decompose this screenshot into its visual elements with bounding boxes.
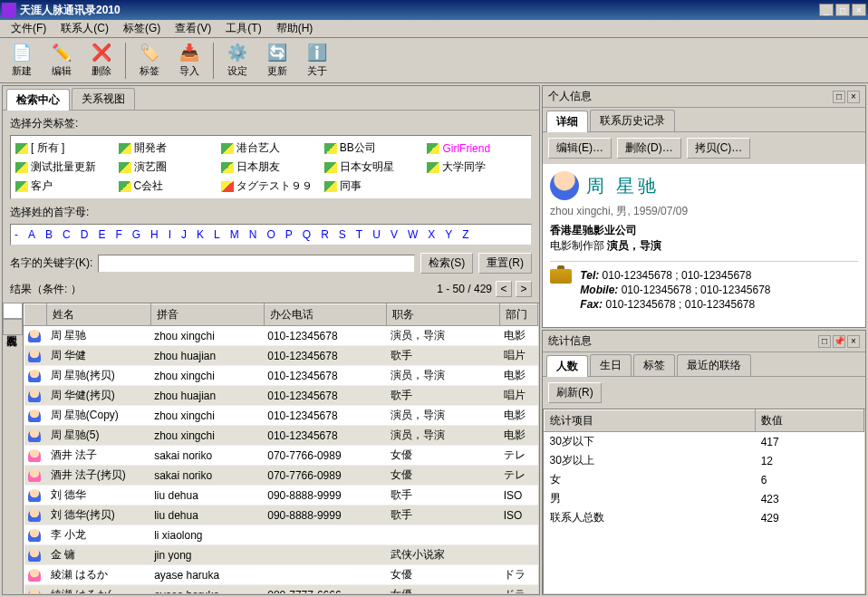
maximize-button[interactable]: □	[835, 4, 850, 16]
tab-tags[interactable]: 标签	[633, 354, 675, 376]
tab-count[interactable]: 人数	[546, 355, 588, 377]
tag-item[interactable]: [ 所有 ]	[14, 140, 116, 157]
tool-tags[interactable]: 🏷️ 标签	[131, 41, 168, 81]
contact-table-wrap[interactable]: 姓名拼音办公电话职务部门 周 星驰zhou xingchi010-1234567…	[23, 303, 539, 594]
alpha-letter-C[interactable]: C	[63, 228, 71, 241]
panel-minimize-button[interactable]: □	[833, 91, 845, 103]
table-row[interactable]: 酒井 法子sakai noriko070-7766-0989女優テレ	[24, 446, 538, 466]
tool-update[interactable]: 🔄 更新	[259, 41, 295, 81]
table-row[interactable]: 周 华健zhou huajian010-12345678歌手唱片	[24, 346, 538, 366]
tool-new[interactable]: 📄 新建	[4, 41, 40, 81]
tool-settings[interactable]: ⚙️ 设定	[219, 41, 256, 81]
tag-item[interactable]: 客户	[14, 178, 116, 195]
tag-item[interactable]: 演艺圈	[118, 159, 219, 176]
column-header[interactable]: 统计项目	[545, 410, 756, 432]
tag-item[interactable]: 大学同学	[426, 159, 527, 176]
tag-item[interactable]: 開発者	[118, 140, 219, 157]
menu-tags[interactable]: 标签(G)	[116, 19, 168, 38]
alpha-letter-E[interactable]: E	[98, 228, 105, 241]
menu-tools[interactable]: 工具(T)	[218, 19, 268, 38]
table-row[interactable]: 金 镛jin yong武侠小说家	[24, 545, 538, 565]
alpha-letter-Q[interactable]: Q	[303, 228, 311, 241]
alpha-letter-G[interactable]: G	[132, 228, 140, 241]
menu-view[interactable]: 查看(V)	[168, 19, 218, 38]
next-page-button[interactable]: >	[516, 281, 532, 297]
tag-item[interactable]: GirlFriend	[426, 140, 527, 157]
alpha-letter-M[interactable]: M	[230, 228, 239, 241]
alpha-letter-Z[interactable]: Z	[462, 228, 468, 241]
delete-contact-button[interactable]: 删除(D)…	[617, 138, 681, 159]
column-header[interactable]: 职务	[387, 304, 500, 326]
menu-file[interactable]: 文件(F)	[4, 19, 53, 38]
alpha-letter-N[interactable]: N	[249, 228, 257, 241]
tab-recent[interactable]: 最近的联络	[677, 354, 751, 376]
column-header[interactable]: 拼音	[150, 304, 264, 326]
table-row[interactable]: 周 星驰(5)zhou xingchi010-12345678演员，导演电影	[24, 426, 538, 446]
table-row[interactable]: 刘 德华liu dehua090-8888-9999歌手ISO	[24, 486, 538, 506]
panel-close-button[interactable]: ×	[847, 91, 860, 103]
alpha-letter-P[interactable]: P	[285, 228, 293, 241]
table-row[interactable]: 周 华健(拷贝)zhou huajian010-12345678歌手唱片	[24, 386, 538, 406]
alpha-letter-T[interactable]: T	[356, 228, 362, 241]
table-row[interactable]: 刘 德华(拷贝)liu dehua090-8888-9999歌手ISO	[24, 506, 538, 525]
panel-pin-button[interactable]: 📌	[833, 335, 845, 348]
panel-minimize-button[interactable]: □	[818, 335, 831, 348]
refresh-button[interactable]: 刷新(R)	[548, 382, 602, 403]
alpha-letter-I[interactable]: I	[169, 228, 171, 241]
close-button[interactable]: ×	[852, 4, 866, 16]
edit-contact-button[interactable]: 编辑(E)…	[548, 138, 612, 159]
alpha-letter-F[interactable]: F	[115, 228, 121, 241]
tab-detail[interactable]: 详细	[546, 111, 588, 132]
menu-contact[interactable]: 联系人(C)	[53, 19, 116, 38]
column-header[interactable]: 部门	[500, 304, 538, 326]
alpha-letter-U[interactable]: U	[372, 228, 381, 241]
alpha-letter-B[interactable]: B	[45, 228, 53, 241]
alpha-letter-X[interactable]: X	[428, 228, 435, 241]
reset-button[interactable]: 重置(R)	[478, 253, 532, 274]
tab-search-center[interactable]: 检索中心	[6, 89, 70, 111]
prev-page-button[interactable]: <	[496, 281, 512, 297]
tool-import[interactable]: 📥 导入	[171, 41, 207, 81]
alpha-letter-S[interactable]: S	[339, 228, 346, 241]
tag-item[interactable]: 港台艺人	[220, 140, 322, 157]
vert-tab-card[interactable]: 名片视图	[3, 319, 23, 335]
alpha-letter-D[interactable]: D	[81, 228, 89, 241]
column-header[interactable]: 办公电话	[264, 304, 386, 326]
table-row[interactable]: 周 星驰(Copy)zhou xingchi010-12345678演员，导演电…	[24, 406, 538, 426]
alpha-letter-J[interactable]: J	[181, 228, 187, 241]
table-row[interactable]: 李 小龙li xiaolong	[24, 525, 538, 545]
alpha-letter-A[interactable]: A	[28, 228, 35, 241]
minimize-button[interactable]: _	[819, 4, 834, 16]
alpha-letter-K[interactable]: K	[197, 228, 204, 241]
vert-tab-list[interactable]: 列表视图	[3, 303, 23, 319]
alpha-letter-O[interactable]: O	[266, 228, 275, 241]
panel-close-button[interactable]: ×	[847, 335, 860, 348]
tag-item[interactable]: 日本朋友	[220, 159, 322, 176]
search-button[interactable]: 检索(S)	[420, 253, 473, 274]
tool-delete[interactable]: ❌ 删除	[83, 41, 120, 81]
tag-item[interactable]: 测试批量更新	[14, 159, 116, 176]
column-header[interactable]: 数值	[756, 410, 864, 432]
menu-help[interactable]: 帮助(H)	[269, 19, 321, 38]
alpha-letter-H[interactable]: H	[150, 228, 159, 241]
table-row[interactable]: 周 星驰zhou xingchi010-12345678演员，导演电影	[24, 326, 538, 346]
tab-relation-view[interactable]: 关系视图	[72, 88, 135, 110]
table-row[interactable]: 綾瀬 はるか(…ayase haruka080-7777-6666女優ドラ	[24, 585, 538, 595]
tab-history[interactable]: 联系历史记录	[590, 110, 675, 131]
tag-item[interactable]: 日本女明星	[323, 159, 425, 176]
alpha-letter-W[interactable]: W	[408, 228, 418, 241]
alpha-letter-R[interactable]: R	[321, 228, 329, 241]
tag-item[interactable]: C会社	[118, 178, 219, 195]
table-row[interactable]: 綾瀬 はるかayase haruka女優ドラ	[24, 565, 538, 585]
keyword-input[interactable]	[98, 255, 415, 273]
column-header[interactable]: 姓名	[47, 304, 151, 326]
table-row[interactable]: 酒井 法子(拷贝)sakai noriko070-7766-0989女優テレ	[24, 466, 538, 486]
alpha-letter-L[interactable]: L	[214, 228, 220, 241]
tag-item[interactable]: タグテスト９９	[220, 178, 322, 195]
column-header[interactable]	[24, 304, 47, 326]
alpha-letter-V[interactable]: V	[391, 228, 398, 241]
tab-birthday[interactable]: 生日	[590, 354, 632, 376]
tool-about[interactable]: ℹ️ 关于	[299, 41, 335, 81]
copy-contact-button[interactable]: 拷贝(C)…	[687, 138, 751, 159]
tool-edit[interactable]: ✏️ 编辑	[43, 41, 80, 81]
